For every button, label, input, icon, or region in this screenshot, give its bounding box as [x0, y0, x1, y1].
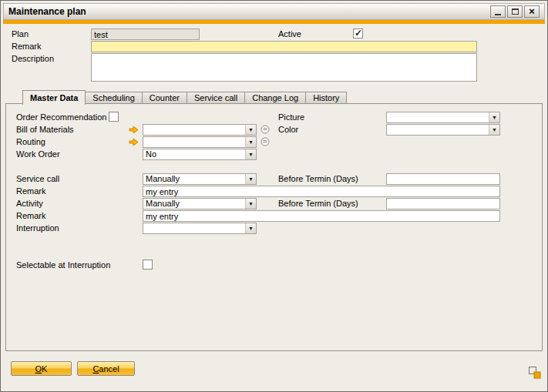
link-arrow-icon[interactable] — [129, 126, 139, 134]
order-recommendation-label: Order Recommendation — [16, 112, 106, 122]
tab-label: Counter — [150, 93, 180, 102]
service-call-value: Manually — [143, 174, 245, 184]
activity-before-termin-input[interactable] — [386, 198, 500, 209]
work-order-value: No — [143, 149, 245, 159]
maximize-button[interactable] — [507, 5, 523, 18]
ok-button[interactable]: OK — [11, 361, 72, 376]
chevron-down-icon[interactable]: ▼ — [245, 137, 256, 147]
choose-from-list-circle-icon[interactable] — [261, 125, 270, 134]
chevron-down-icon[interactable]: ▼ — [489, 112, 499, 122]
tab-label: Service call — [194, 93, 237, 102]
minimize-icon — [495, 14, 501, 15]
tab-history[interactable]: History — [306, 92, 347, 104]
ok-button-label: OK — [35, 364, 48, 374]
activity-value: Manually — [143, 199, 245, 209]
tab-master-data[interactable]: Master Data — [22, 90, 86, 105]
picture-label: Picture — [278, 112, 304, 122]
remark-label: Remark — [12, 42, 42, 52]
active-checkbox[interactable] — [353, 28, 363, 39]
service-before-termin-label: Before Termin (Days) — [278, 174, 358, 184]
chevron-down-icon[interactable]: ▼ — [245, 149, 256, 159]
plan-label: Plan — [12, 29, 29, 39]
service-remark-input[interactable] — [143, 186, 500, 197]
master-data-panel — [5, 103, 543, 351]
color-select[interactable]: ▼ — [386, 124, 500, 136]
tab-scheduling[interactable]: Scheduling — [86, 92, 142, 104]
bill-of-materials-select[interactable]: ▼ — [143, 124, 257, 136]
tab-strip: Master Data Scheduling Counter Service c… — [22, 90, 347, 104]
chevron-down-icon[interactable]: ▼ — [245, 125, 256, 135]
remark-input[interactable] — [91, 41, 477, 52]
routing-select-value — [143, 137, 245, 147]
description-label: Description — [12, 54, 54, 64]
description-textarea[interactable] — [91, 53, 477, 82]
bill-of-materials-value — [143, 125, 245, 135]
picture-select-value — [387, 112, 489, 122]
tab-label: Change Log — [252, 93, 298, 102]
interruption-value — [143, 223, 245, 233]
activity-before-termin-label: Before Termin (Days) — [278, 199, 358, 209]
active-label: Active — [278, 29, 301, 39]
maximize-icon — [512, 8, 519, 15]
color-select-value — [387, 125, 489, 135]
bill-of-materials-label: Bill of Materials — [16, 125, 74, 135]
picture-select[interactable]: ▼ — [386, 112, 500, 123]
maintenance-plan-window: Maintenance plan × Plan Active Remark De… — [0, 0, 548, 392]
tab-service-call[interactable]: Service call — [187, 92, 245, 104]
choose-from-list-circle-icon[interactable] — [261, 137, 270, 146]
activity-label: Activity — [16, 199, 43, 209]
window-title: Maintenance plan — [8, 6, 489, 17]
service-call-label: Service call — [16, 174, 59, 184]
selectable-at-interruption-checkbox[interactable] — [143, 260, 153, 270]
chevron-down-icon[interactable]: ▼ — [489, 125, 499, 135]
resize-grip-icon[interactable] — [528, 366, 541, 379]
chevron-down-icon[interactable]: ▼ — [245, 223, 256, 233]
cancel-button-label: Cancel — [92, 364, 119, 374]
work-order-select[interactable]: No ▼ — [143, 149, 257, 160]
activity-select[interactable]: Manually ▼ — [143, 198, 257, 209]
cancel-button[interactable]: Cancel — [77, 361, 135, 376]
routing-label: Routing — [16, 137, 45, 147]
tab-change-log[interactable]: Change Log — [245, 92, 306, 104]
activity-remark-label: Remark — [16, 211, 46, 221]
selectable-at-interruption-label: Selectable at Interruption — [16, 260, 110, 270]
chevron-down-icon[interactable]: ▼ — [245, 199, 256, 209]
service-remark-label: Remark — [16, 186, 46, 196]
plan-input[interactable] — [91, 28, 200, 40]
link-arrow-icon[interactable] — [129, 138, 139, 146]
minimize-button[interactable] — [490, 5, 506, 18]
title-bar[interactable]: Maintenance plan × — [3, 3, 545, 20]
tab-label: History — [313, 93, 339, 102]
close-icon: × — [529, 8, 535, 15]
service-before-termin-input[interactable] — [386, 173, 500, 185]
work-order-label: Work Order — [16, 149, 60, 159]
interruption-label: Interruption — [16, 223, 59, 233]
tab-counter[interactable]: Counter — [143, 92, 187, 104]
activity-remark-input[interactable] — [143, 210, 500, 222]
accent-gold-bar — [3, 20, 545, 24]
chevron-down-icon[interactable]: ▼ — [245, 174, 256, 184]
tab-label: Master Data — [30, 93, 78, 102]
close-button[interactable]: × — [524, 5, 540, 18]
routing-select[interactable]: ▼ — [143, 136, 257, 148]
tab-label: Scheduling — [92, 93, 134, 102]
interruption-select[interactable]: ▼ — [143, 223, 257, 234]
service-call-select[interactable]: Manually ▼ — [143, 173, 257, 185]
color-label: Color — [278, 125, 298, 135]
order-recommendation-checkbox[interactable] — [109, 112, 119, 122]
